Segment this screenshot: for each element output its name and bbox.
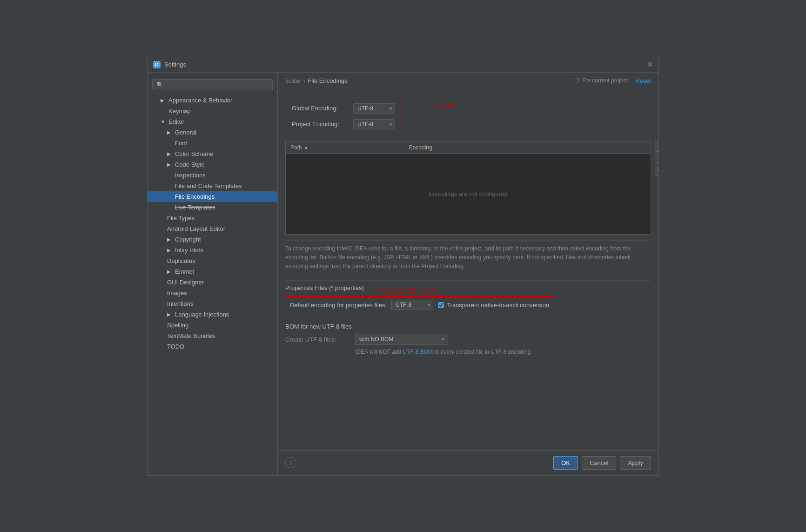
bom-section-title: BOM for new UTF-8 files	[285, 323, 651, 330]
breadcrumb-editor: Editor	[285, 77, 301, 84]
sidebar-item-inlay-hints[interactable]: ▶ Inlay Hints	[148, 245, 277, 256]
bom-info: IDEA will NOT add UTF-8 BOM to every cre…	[285, 349, 651, 355]
settings-dialog: IJ Settings ✕ ▶ Appearance & Behavior Ke…	[147, 57, 659, 476]
search-bar	[148, 76, 277, 93]
sidebar-item-file-and-code-templates[interactable]: File and Code Templates	[148, 181, 277, 191]
encoding-selectors-box: Global Encoding: UTF-8 Project Encoding:	[285, 97, 402, 136]
title-bar-left: IJ Settings	[153, 61, 186, 68]
project-encoding-select-wrapper: UTF-8	[353, 119, 395, 129]
sidebar-item-gui-designer[interactable]: GUI Designer	[148, 277, 277, 288]
title-bar: IJ Settings ✕	[148, 57, 658, 73]
sidebar-item-label: Live Templates	[175, 204, 215, 211]
sidebar-item-label: Language Injections	[175, 311, 229, 318]
table-section: Path ▲ Encoding Encodings are not config…	[285, 141, 651, 235]
ok-button[interactable]: OK	[553, 456, 578, 470]
sidebar-item-editor[interactable]: ▼ Editor	[148, 116, 277, 127]
cancel-button[interactable]: Cancel	[582, 456, 616, 470]
empty-message: Encodings are not configured	[429, 190, 507, 197]
add-path-button[interactable]: +	[655, 141, 658, 152]
global-encoding-select-wrapper: UTF-8	[353, 103, 395, 114]
global-encoding-select[interactable]: UTF-8	[353, 103, 395, 114]
remove-path-button[interactable]: −	[655, 154, 658, 164]
encoding-selectors-section: Global Encoding: UTF-8 Project Encoding:	[285, 97, 651, 136]
bom-info-suffix: to every created file in UTF-8 encoding	[433, 349, 531, 355]
arrow-icon: ▶	[161, 98, 166, 103]
props-encoding-row: Default encoding for properties files: U…	[285, 296, 554, 314]
sidebar-item-label: Keymap	[168, 108, 191, 114]
arrow-icon: ▼	[161, 119, 166, 124]
arrow-icon: ▶	[167, 162, 173, 167]
sidebar-item-file-types[interactable]: File Types	[148, 213, 277, 223]
table-body: Encodings are not configured	[286, 154, 651, 234]
sidebar-item-duplicates[interactable]: Duplicates	[148, 256, 277, 266]
close-button[interactable]: ✕	[647, 61, 653, 68]
arrow-icon: ▶	[167, 130, 173, 135]
sidebar-item-label: File Encodings	[175, 193, 215, 200]
arrow-icon: ▶	[167, 151, 173, 156]
sidebar-item-images[interactable]: Images	[148, 288, 277, 298]
props-encoding-select[interactable]: UTF-8	[391, 300, 433, 310]
project-encoding-row: Project Encoding: UTF-8	[292, 117, 395, 131]
breadcrumb-sep: ›	[303, 77, 305, 84]
sidebar-item-intentions[interactable]: Intentions	[148, 298, 277, 309]
project-link: 🗋 For current project	[575, 77, 628, 84]
transparent-label-text: Transparent native-to-ascii conversion	[447, 302, 549, 309]
edit-path-button[interactable]: ✎	[655, 166, 658, 176]
sidebar-item-label: File Types	[167, 215, 195, 222]
sidebar-item-language-injections[interactable]: ▶ Language Injections	[148, 309, 277, 320]
sidebar-item-emmet[interactable]: ▶ Emmet	[148, 266, 277, 277]
encoding-column-header: Encoding	[409, 144, 646, 151]
sort-icon: ▲	[304, 145, 309, 150]
dialog-footer: ? OK Cancel Apply	[278, 450, 658, 475]
sidebar-item-android-layout-editor[interactable]: Android Layout Editor	[148, 223, 277, 234]
sidebar-item-label: General	[175, 129, 196, 136]
properties-section-title: Properties Files (*.properties)	[285, 280, 651, 293]
sidebar-item-textmate-bundles[interactable]: TextMate Bundles	[148, 330, 277, 341]
sidebar-item-inspections[interactable]: Inspections	[148, 170, 277, 181]
sidebar-item-label: Images	[167, 290, 187, 296]
bom-select[interactable]: with NO BOM	[355, 334, 448, 345]
sidebar-item-font[interactable]: Font	[148, 138, 277, 148]
encoding-table: Path ▲ Encoding Encodings are not config…	[285, 141, 651, 235]
properties-section: Properties Files (*.properties) Default …	[285, 280, 651, 314]
table-header: Path ▲ Encoding	[286, 142, 651, 154]
encoding-rows: Global Encoding: UTF-8 Project Encoding:	[292, 101, 395, 131]
help-button[interactable]: ?	[285, 457, 296, 468]
project-encoding-select[interactable]: UTF-8	[353, 119, 395, 129]
sidebar-item-code-style[interactable]: ▶ Code Style	[148, 159, 277, 170]
sidebar: ▶ Appearance & Behavior Keymap ▼ Editor …	[148, 73, 278, 475]
sidebar-item-keymap[interactable]: Keymap	[148, 106, 277, 116]
sidebar-item-label: File and Code Templates	[175, 182, 242, 189]
sidebar-item-file-encodings[interactable]: File Encodings	[148, 191, 277, 202]
sidebar-item-spelling[interactable]: Spelling	[148, 320, 277, 330]
search-input[interactable]	[152, 79, 273, 90]
sidebar-item-label: Color Scheme	[175, 150, 213, 157]
props-row-wrapper: Default encoding for properties files: U…	[285, 296, 554, 314]
footer-right: OK Cancel Apply	[553, 456, 651, 470]
sidebar-item-label: Spelling	[167, 322, 188, 329]
sidebar-item-label: Copyright	[175, 236, 201, 243]
arrow-icon: ▶	[167, 248, 173, 253]
project-icon: 🗋	[575, 77, 580, 84]
sidebar-item-label: Duplicates	[167, 257, 195, 264]
bom-row: Create UTF-8 files: with NO BOM	[285, 334, 651, 345]
apply-button[interactable]: Apply	[620, 456, 651, 470]
sidebar-item-todo[interactable]: TODO	[148, 341, 277, 352]
sidebar-item-live-templates[interactable]: Live Templates	[148, 202, 277, 213]
sidebar-item-label: Emmet	[175, 268, 194, 275]
bom-info-link[interactable]: UTF-8 BOM	[403, 349, 433, 355]
arrow-icon: ▶	[167, 237, 173, 242]
arrow-icon: ▶	[167, 312, 173, 317]
sidebar-item-appearance-behavior[interactable]: ▶ Appearance & Behavior	[148, 95, 277, 106]
sidebar-item-copyright[interactable]: ▶ Copyright	[148, 234, 277, 245]
sidebar-item-general[interactable]: ▶ General	[148, 127, 277, 138]
sidebar-item-label: Font	[175, 140, 187, 147]
sidebar-item-label: TextMate Bundles	[167, 332, 215, 339]
bom-select-wrapper: with NO BOM	[355, 334, 448, 345]
sidebar-item-color-scheme[interactable]: ▶ Color Scheme	[148, 148, 277, 159]
global-encoding-label: Global Encoding:	[292, 105, 348, 112]
reset-button[interactable]: Reset	[635, 77, 651, 84]
transparent-checkbox-label[interactable]: Transparent native-to-ascii conversion	[438, 302, 549, 309]
transparent-checkbox[interactable]	[438, 302, 444, 308]
breadcrumb-current: File Encodings	[308, 77, 347, 84]
